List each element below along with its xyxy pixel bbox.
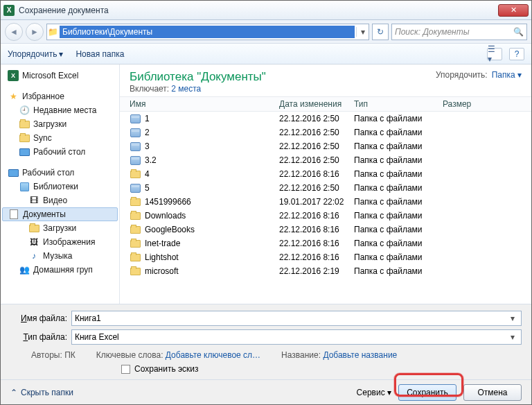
folder-icon [130, 198, 141, 206]
file-row[interactable]: 422.12.2016 8:16Папка с файлами [120, 167, 531, 181]
homegroup-icon: 👥 [19, 265, 30, 275]
file-row[interactable]: 322.12.2016 2:50Папка с файлами [120, 139, 531, 153]
cancel-button[interactable]: Отмена [463, 384, 522, 401]
file-name: GoogleBooks [145, 225, 195, 234]
col-type[interactable]: Тип [354, 99, 443, 109]
title-link[interactable]: Добавьте название [323, 350, 397, 360]
file-type: Папка с файлами [354, 225, 443, 234]
desktop-icon [8, 169, 19, 177]
forward-button[interactable]: ► [26, 23, 44, 41]
sidebar-libraries[interactable]: Библиотеки [1, 180, 119, 193]
folder-icon [130, 171, 141, 178]
hide-folders-button[interactable]: ⌃Скрыть папки [10, 388, 73, 397]
col-name[interactable]: Имя [120, 99, 279, 109]
image-icon: 🖼 [28, 237, 39, 247]
database-icon [130, 156, 141, 165]
authors-value[interactable]: ПК [64, 350, 76, 360]
file-type: Папка с файлами [354, 252, 443, 262]
address-bar[interactable]: 📁 Библиотеки\Документы ▾ [46, 24, 369, 40]
address-path[interactable]: Библиотеки\Документы [60, 26, 355, 38]
file-row[interactable]: GoogleBooks22.12.2016 8:16Папка с файлам… [120, 223, 531, 236]
col-date[interactable]: Дата изменения [279, 99, 354, 109]
file-date: 22.12.2016 2:19 [279, 266, 354, 276]
col-size[interactable]: Размер [443, 99, 498, 109]
sidebar-recent[interactable]: 🕘Недавние места [1, 103, 119, 117]
view-button[interactable]: ☰ ▾ [487, 48, 502, 60]
file-row[interactable]: Downloads22.12.2016 8:16Папка с файлами [120, 209, 531, 223]
sidebar-images[interactable]: 🖼Изображения [1, 235, 119, 249]
library-header: Библиотека "Документы" Включает: 2 места… [120, 64, 531, 96]
file-type: Папка с файлами [354, 114, 443, 123]
folder-icon [130, 212, 141, 220]
sidebar-downloads2[interactable]: Загрузки [1, 221, 119, 235]
sidebar-downloads[interactable]: Загрузки [1, 117, 119, 131]
address-dropdown-icon[interactable]: ▾ [356, 27, 369, 37]
refresh-button[interactable]: ↻ [372, 24, 389, 40]
sidebar-excel[interactable]: XMicrosoft Excel [1, 69, 119, 83]
tools-menu[interactable]: Сервис ▾ [357, 388, 391, 397]
file-date: 22.12.2016 2:50 [279, 141, 354, 151]
main-pane: Библиотека "Документы" Включает: 2 места… [120, 64, 531, 304]
recent-icon: 🕘 [19, 105, 30, 115]
title-label: Название: [281, 350, 321, 360]
file-name: 3 [145, 141, 150, 151]
file-type: Папка с файлами [354, 266, 443, 276]
sidebar-documents[interactable]: Документы [2, 207, 118, 221]
file-row[interactable]: 122.12.2016 2:50Папка с файлами [120, 112, 531, 126]
folder-icon [130, 240, 141, 248]
filename-input[interactable]: Книга1▾ [71, 311, 522, 326]
arrange-menu[interactable]: Папка ▾ [492, 70, 522, 80]
file-date: 22.12.2016 2:50 [279, 183, 354, 193]
sidebar-favorites[interactable]: ★Избранное [1, 89, 119, 103]
search-input[interactable]: Поиск: Документы 🔍 [391, 24, 527, 40]
location-icon: 📁 [47, 27, 58, 37]
sidebar: XMicrosoft Excel ★Избранное 🕘Недавние ме… [1, 64, 120, 304]
file-row[interactable]: 145199966619.01.2017 22:02Папка с файлам… [120, 195, 531, 209]
filetype-input[interactable]: Книга Excel▾ [71, 329, 522, 345]
file-type: Папка с файлами [354, 183, 443, 193]
sidebar-sync[interactable]: Sync [1, 131, 119, 145]
chevron-down-icon[interactable]: ▾ [507, 313, 518, 323]
sidebar-desktop1[interactable]: Рабочий стол [1, 145, 119, 159]
save-button[interactable]: Сохранить [398, 384, 456, 401]
file-row[interactable]: microsoft22.12.2016 2:19Папка с файлами [120, 264, 531, 278]
search-icon: 🔍 [513, 27, 524, 37]
new-folder-button[interactable]: Новая папка [76, 49, 124, 59]
file-list[interactable]: 122.12.2016 2:50Папка с файлами222.12.20… [120, 112, 531, 304]
library-title: Библиотека "Документы" [130, 70, 266, 84]
includes-link[interactable]: 2 места [171, 84, 201, 94]
file-date: 22.12.2016 8:16 [279, 211, 354, 221]
chevron-down-icon[interactable]: ▾ [507, 332, 518, 342]
video-icon: 🎞 [28, 196, 39, 205]
file-row[interactable]: 3.222.12.2016 2:50Папка с файлами [120, 153, 531, 167]
sidebar-video[interactable]: 🎞Видео [1, 193, 119, 207]
keywords-link[interactable]: Добавьте ключевое сл… [166, 350, 260, 360]
thumbnail-checkbox[interactable] [121, 365, 130, 374]
close-button[interactable]: ✕ [498, 4, 529, 17]
help-button[interactable]: ? [509, 48, 524, 60]
column-headers[interactable]: Имя Дата изменения Тип Размер [120, 96, 531, 112]
folder-icon [130, 254, 141, 261]
sidebar-homegroup[interactable]: 👥Домашняя груп [1, 263, 119, 277]
star-icon: ★ [8, 92, 19, 101]
music-icon: ♪ [28, 251, 39, 261]
chevron-down-icon: ▾ [59, 49, 63, 59]
file-row[interactable]: 222.12.2016 2:50Папка с файлами [120, 126, 531, 139]
sidebar-music[interactable]: ♪Музыка [1, 249, 119, 263]
file-type: Папка с файлами [354, 211, 443, 221]
folder-icon [29, 225, 39, 232]
filename-label: Имя файла: [10, 313, 71, 323]
back-button[interactable]: ◄ [5, 23, 23, 41]
file-row[interactable]: 522.12.2016 2:50Папка с файлами [120, 181, 531, 195]
file-type: Папка с файлами [354, 239, 443, 248]
titlebar: X Сохранение документа ✕ [1, 1, 531, 20]
file-row[interactable]: Lightshot22.12.2016 8:16Папка с файлами [120, 250, 531, 264]
organize-menu[interactable]: Упорядочить ▾ [8, 49, 63, 59]
library-icon [20, 182, 29, 191]
file-row[interactable]: Inet-trade22.12.2016 8:16Папка с файлами [120, 236, 531, 250]
folder-icon [130, 226, 141, 234]
save-dialog: X Сохранение документа ✕ ◄ ► 📁 Библиотек… [0, 0, 532, 405]
file-date: 19.01.2017 22:02 [279, 197, 354, 207]
desktop-icon [19, 148, 30, 156]
sidebar-desktop2[interactable]: Рабочий стол [1, 166, 119, 180]
